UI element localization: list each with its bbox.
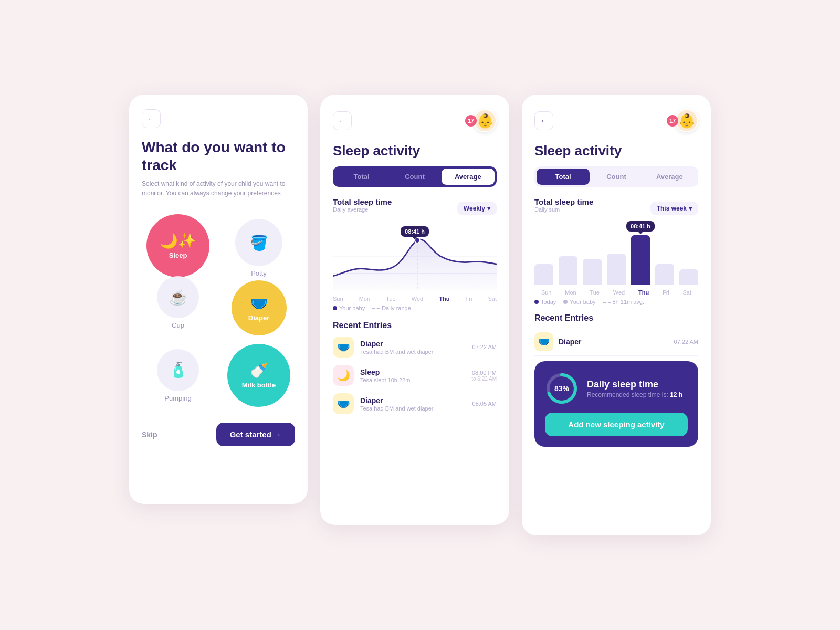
sleep-circle: 🌙✨ Sleep [146,214,209,277]
skip-button[interactable]: Skip [142,430,158,439]
weekly-button[interactable]: Weekly ▾ [457,202,497,215]
potty-icon: 🪣 [250,234,268,251]
entry-info-1-s2: Sleep Tesa slept 10h 22m [360,368,465,383]
back-button-s2[interactable]: ← [333,111,352,130]
entry-info-2-s2: Diaper Tesa had BM and wet diaper [360,396,466,412]
bottom-actions: Skip Get started → [142,423,295,446]
back-button-s3[interactable]: ← [534,111,553,130]
screens-container: ← What do you want to track Select what … [129,94,711,536]
bar-chart-wrapper: 08:41 h [534,222,698,285]
daily-sleep-sub: Recommended sleep time is: 12 h [587,391,688,398]
entry-item-2-s2: 🩲 Diaper Tesa had BM and wet diaper 08:0… [333,393,497,414]
bar-fri [655,222,674,285]
line-chart-s2: 08:41 h [333,222,497,290]
tabs-bar-s2: Total Count Average [333,166,497,187]
entry-item-0-s2: 🩲 Diaper Tesa had BM and wet diaper 07:2… [333,337,497,358]
diaper-label: Diaper [248,314,269,322]
back-button-s1[interactable]: ← [142,109,161,128]
section-header-s3: Total sleep time Daily sum This week ▾ [534,197,698,219]
chart-tooltip-s2: 08:41 h [401,226,429,237]
potty-label: Potty [251,269,267,277]
section-title-s2: Total sleep time Daily average [333,197,392,219]
entry-info-0-s2: Diaper Tesa had BM and wet diaper [360,340,466,355]
screen1-title: What do you want to track [142,139,295,174]
tab-average-s3[interactable]: Average [643,169,696,185]
tab-total-s2[interactable]: Total [335,169,388,185]
milkbottle-label: Milk bottle [242,381,276,389]
screen3-title: Sleep activity [534,143,698,159]
tabs-bar-s3: Total Count Average [534,166,698,187]
entry3-item-0: 🩲 Diaper 07:22 AM [534,328,698,356]
this-week-button[interactable]: This week ▾ [650,202,698,215]
bar-mon [559,222,578,285]
baby-badge-s3: 17 👶 [667,109,698,132]
cup-icon: ☕ [169,289,187,306]
milkbottle-icon: 🍼 [250,362,268,379]
section-header-s2: Total sleep time Daily average Weekly ▾ [333,197,497,219]
recent-title-s2: Recent Entries [333,321,497,330]
pumping-label: Pumping [164,394,191,402]
diaper-circle: 🩲 Diaper [232,280,287,335]
entry3-icon-0: 🩲 [534,332,553,351]
tab-total-s3[interactable]: Total [537,169,590,185]
diaper-icon: 🩲 [250,295,268,312]
entry-time-0-s2: 07:22 AM [472,344,497,350]
screen3-card: ← 17 👶 Sleep activity Total Count Averag… [522,94,711,536]
baby-badge-s2: 17 👶 [465,109,497,132]
baby-avatar-s3: 👶 [675,109,698,132]
badge-num-s3: 17 [667,115,678,127]
tab-average-s2[interactable]: Average [442,169,495,185]
section-info-s3: Total sleep time Daily sum [534,197,593,219]
track-item-potty[interactable]: 🪣 Potty [223,219,295,277]
daily-sleep-title: Daily sleep time [587,379,688,390]
circle-progress: 83% [545,372,579,405]
track-item-milkbottle[interactable]: 🍼 Milk bottle [223,344,295,407]
recent-title-s3: Recent Entries [534,313,698,323]
track-item-diaper[interactable]: 🩲 Diaper [223,280,295,335]
entry3-time-0: 07:22 AM [674,339,698,345]
chart-days-s2: Sun Mon Tue Wed Thu Fri Sat [333,296,497,302]
daily-sleep-card: 83% Daily sleep time Recommended sleep t… [534,361,698,447]
screen3-header: ← 17 👶 [534,109,698,132]
add-sleep-button[interactable]: Add new sleeping activity [545,413,688,436]
pumping-icon: 🧴 [169,361,187,379]
entry-icon-1-s2: 🌙 [333,365,354,386]
screen2-header: ← 17 👶 [333,109,497,132]
entry-time-2-s2: 08:05 AM [472,401,497,407]
track-item-cup[interactable]: ☕ Cup [142,270,214,335]
daily-sleep-top: 83% Daily sleep time Recommended sleep t… [545,372,688,405]
potty-circle: 🪣 [235,219,282,266]
track-item-sleep[interactable]: 🌙✨ Sleep [142,214,214,277]
entry-icon-2-s2: 🩲 [333,393,354,414]
pumping-circle: 🧴 [157,349,199,391]
bar-thu: 08:41 h [631,222,650,285]
bar-legend-s3: Today Your baby 8h 11m avg. [534,299,698,305]
baby-avatar-s2: 👶 [474,109,497,132]
track-item-pumping[interactable]: 🧴 Pumping [142,344,214,407]
screen1-card: ← What do you want to track Select what … [129,94,308,504]
tab-count-s3[interactable]: Count [590,169,643,185]
bar-days-s3: Sun Mon Tue Wed Thu Fri Sat [534,289,698,296]
sleep-label: Sleep [169,251,187,259]
sleep-icon: 🌙✨ [160,232,196,249]
tab-count-s2[interactable]: Count [388,169,441,185]
circle-pct: 83% [554,384,569,393]
screen2-title: Sleep activity [333,143,497,159]
daily-sleep-info: Daily sleep time Recommended sleep time … [587,379,688,398]
badge-num-s2: 17 [465,115,477,127]
entry-icon-0-s2: 🩲 [333,337,354,358]
cup-label: Cup [172,321,184,329]
screen2-card: ← 17 👶 Sleep activity Total Count Averag… [320,94,509,525]
track-grid: 🌙✨ Sleep 🪣 Potty ☕ Cup 🩲 [142,214,295,407]
bar-sat [679,222,698,285]
bar-chart-s3: 08:41 h [534,222,698,285]
bar-tooltip-s3: 08:41 h [626,221,655,232]
entry-item-1-s2: 🌙 Sleep Tesa slept 10h 22m 08:00 PM to 6… [333,365,497,386]
milkbottle-circle: 🍼 Milk bottle [227,344,290,407]
cup-circle: ☕ [157,276,199,318]
get-started-button[interactable]: Get started → [216,423,295,446]
bar-tue [583,222,602,285]
entry-time-1-s2: 08:00 PM to 6:22 AM [471,370,497,382]
bar-wed [607,222,626,285]
entry3-info-0: Diaper [559,338,669,346]
